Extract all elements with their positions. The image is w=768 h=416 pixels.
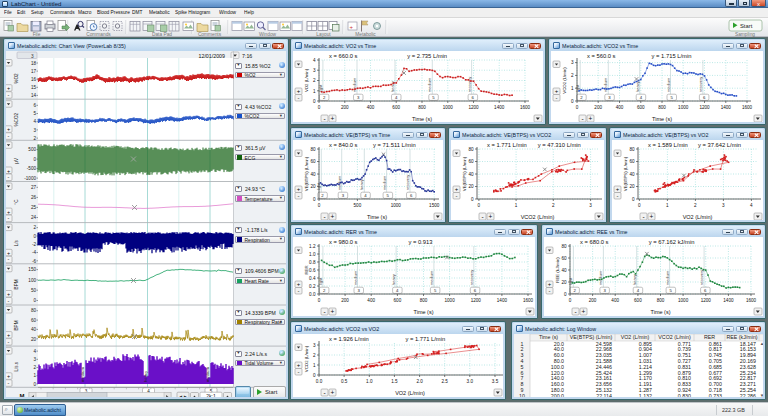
svg-text:3: 3 [33,357,36,362]
svg-text:20: 20 [468,184,474,189]
svg-text:medium: medium [205,367,210,382]
svg-text:3.0: 3.0 [467,379,474,384]
svg-text:22.286: 22.286 [740,393,756,397]
svg-text:Sampling: Sampling [735,32,755,37]
svg-text:y = 0.913: y = 0.913 [408,239,432,245]
svg-text:+: + [455,186,459,192]
svg-text:x = 660.0 s: x = 660.0 s [329,53,358,59]
svg-text:18: 18 [31,61,37,66]
svg-text:0: 0 [318,298,321,303]
svg-text:200: 200 [589,298,597,303]
svg-text:0: 0 [471,197,474,202]
svg-text:6: 6 [33,103,36,108]
svg-text:heavy: heavy [143,370,148,382]
svg-text:1200: 1200 [471,298,482,303]
svg-text:1.2: 1.2 [309,244,316,249]
svg-text:L/s.s: L/s.s [14,361,19,371]
svg-text:2: 2 [33,225,36,230]
svg-text:VO2 (L/min): VO2 (L/min) [683,214,713,220]
svg-text:20: 20 [561,280,567,285]
svg-text:heavy: heavy [391,274,396,285]
svg-text:1.0: 1.0 [309,252,316,257]
svg-text:medium: medium [353,270,358,285]
svg-text:800: 800 [658,105,666,110]
svg-text:50: 50 [31,288,37,293]
svg-text:medium: medium [382,175,387,190]
svg-text:22.114: 22.114 [596,393,612,397]
svg-text:medium: medium [666,77,671,92]
svg-text:VE(BTPS) (L/min): VE(BTPS) (L/min) [570,334,613,340]
svg-text:+: + [7,291,10,297]
svg-text:600: 600 [392,105,400,110]
svg-text:7:16: 7:16 [242,53,252,59]
svg-text:µV: µV [14,157,19,164]
svg-text:40: 40 [310,172,316,177]
svg-text:10: 10 [519,393,525,397]
svg-text:-: - [8,174,10,180]
svg-text:1600: 1600 [746,298,757,303]
svg-text:L/s: L/s [14,239,19,246]
svg-text:0: 0 [33,157,36,162]
svg-text:27: 27 [31,185,37,190]
svg-text:1000: 1000 [444,298,455,303]
svg-text:VCO2 (L/min): VCO2 (L/min) [304,345,309,372]
svg-text:+: + [7,85,10,91]
svg-text:recovery: recovery [698,77,703,92]
svg-text:100: 100 [28,278,36,283]
svg-text:80: 80 [468,147,474,152]
svg-text:x = 1.589 L/min: x = 1.589 L/min [648,142,688,148]
svg-text:200: 200 [594,105,602,110]
svg-text:0.830: 0.830 [678,393,691,397]
svg-text:80: 80 [310,147,316,152]
svg-text:3: 3 [722,203,725,208]
svg-text:Commands: Commands [86,32,111,37]
svg-text:5: 5 [33,111,36,116]
svg-text:◄►: ◄► [179,394,188,397]
svg-text:VO2 (L/min): VO2 (L/min) [621,334,650,340]
svg-text:-2: -2 [32,242,37,247]
svg-text:y = 1.771 L/min: y = 1.771 L/min [405,336,445,342]
svg-text:VCO2 (L/min): VCO2 (L/min) [562,67,567,94]
svg-text:File: File [33,32,41,37]
svg-text:0: 0 [33,234,36,239]
svg-text:-: - [8,256,10,262]
svg-text:VE(BTPS) (L/min): VE(BTPS) (L/min) [623,156,628,191]
svg-text:recovery: recovery [469,270,474,285]
svg-text:200.0: 200.0 [551,393,564,397]
svg-text:+: + [297,88,301,94]
svg-text:VCO2 (L/min): VCO2 (L/min) [658,334,691,340]
svg-text:+: + [582,308,586,315]
svg-text:-: - [323,213,325,220]
svg-text:3: 3 [313,68,316,73]
svg-text:heavy: heavy [632,274,637,285]
svg-text:0: 0 [571,99,574,104]
svg-text:Time (s): Time (s) [539,334,558,340]
svg-text:40: 40 [629,172,635,177]
svg-text:+: + [589,115,593,122]
svg-text:medium: medium [429,270,434,285]
svg-text:0: 0 [33,298,36,303]
svg-text:y = 1.715 L/min: y = 1.715 L/min [652,53,692,59]
svg-text:3: 3 [313,343,316,348]
svg-text:1200: 1200 [468,105,479,110]
svg-text:2k:1: 2k:1 [206,393,216,397]
svg-text:1000: 1000 [443,105,454,110]
svg-text:80: 80 [31,308,37,313]
svg-text:+: + [7,373,10,379]
svg-text:2: 2 [313,78,316,83]
svg-text:-: - [323,115,325,122]
svg-text:%O2: %O2 [14,73,19,84]
svg-text:0: 0 [569,298,572,303]
svg-text:x = 1.926 L/min: x = 1.926 L/min [329,336,369,342]
svg-text:0: 0 [313,197,316,202]
svg-text:light: light [568,277,573,285]
svg-text:1: 1 [33,373,36,378]
svg-text:60: 60 [561,256,567,261]
svg-text:600: 600 [394,298,402,303]
svg-text:%CO2: %CO2 [14,112,19,126]
svg-text:1: 1 [571,86,574,91]
svg-text:y = 67.162 kJ/min: y = 67.162 kJ/min [649,239,695,245]
svg-text:0.4: 0.4 [309,276,316,281]
svg-text:80: 80 [561,244,567,249]
svg-text:-: - [8,92,10,98]
